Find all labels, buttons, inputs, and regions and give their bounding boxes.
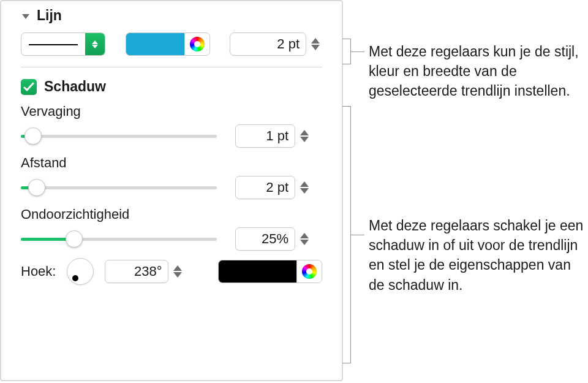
offset-arrows[interactable] <box>298 176 311 199</box>
inspector-panel: Lijn 2 pt Schadu <box>0 0 343 381</box>
callouts-area: Met deze regelaars kun je de stijl, kleu… <box>343 0 588 383</box>
shadow-title: Schaduw <box>44 78 106 95</box>
callout-shadow-text: Met deze regelaars schakel je een schadu… <box>369 216 588 295</box>
line-width-field[interactable]: 2 pt <box>230 32 306 56</box>
chevron-down-icon <box>21 9 31 23</box>
blur-arrows[interactable] <box>298 124 311 148</box>
angle-stepper[interactable]: 238° <box>105 260 184 283</box>
opacity-arrows[interactable] <box>298 227 311 251</box>
line-width-stepper[interactable]: 2 pt <box>230 32 322 56</box>
color-wheel-icon <box>302 264 317 279</box>
line-color-picker-button[interactable] <box>184 32 210 56</box>
line-section-header[interactable]: Lijn <box>1 1 342 29</box>
svg-marker-9 <box>300 233 309 238</box>
line-color-control[interactable] <box>126 32 210 56</box>
svg-marker-11 <box>173 265 182 271</box>
blur-stepper[interactable]: 1 pt <box>235 124 311 148</box>
callout-line-text: Met deze regelaars kun je de stijl, kleu… <box>369 42 588 101</box>
line-style-caret <box>85 33 105 55</box>
svg-marker-12 <box>173 272 182 278</box>
svg-marker-3 <box>311 38 320 44</box>
svg-marker-8 <box>300 188 309 194</box>
opacity-slider[interactable] <box>21 238 217 241</box>
line-width-arrows[interactable] <box>309 32 322 56</box>
color-wheel-icon <box>190 37 205 51</box>
svg-marker-7 <box>300 181 309 187</box>
line-section-title: Lijn <box>37 7 62 24</box>
opacity-field[interactable]: 25% <box>235 227 295 251</box>
callout-bracket-line <box>342 39 351 64</box>
opacity-stepper[interactable]: 25% <box>235 227 311 251</box>
angle-label: Hoek: <box>21 264 56 279</box>
svg-marker-2 <box>92 45 98 48</box>
svg-marker-4 <box>311 45 320 50</box>
shadow-color-control[interactable] <box>218 260 322 283</box>
opacity-label: Ondoorzichtigheid <box>21 207 322 222</box>
divider <box>21 67 322 67</box>
shadow-checkbox[interactable] <box>21 79 37 95</box>
blur-label: Vervaging <box>21 104 322 119</box>
shadow-color-swatch[interactable] <box>218 260 296 283</box>
offset-stepper[interactable]: 2 pt <box>235 176 311 199</box>
line-color-swatch[interactable] <box>126 32 184 56</box>
svg-marker-0 <box>22 14 29 19</box>
svg-marker-5 <box>300 130 309 135</box>
offset-slider[interactable] <box>21 186 217 189</box>
angle-dial[interactable] <box>67 258 94 285</box>
angle-indicator-dot <box>72 275 78 281</box>
line-style-sample <box>29 44 78 45</box>
svg-marker-1 <box>92 40 98 44</box>
angle-arrows[interactable] <box>171 260 184 283</box>
callout-bracket-shadow <box>342 106 351 363</box>
shadow-color-picker-button[interactable] <box>296 260 322 283</box>
offset-label: Afstand <box>21 155 322 171</box>
callout-shadow-connector <box>351 235 364 235</box>
svg-marker-6 <box>300 137 309 142</box>
offset-field[interactable]: 2 pt <box>235 176 295 199</box>
line-style-select[interactable] <box>21 32 105 56</box>
blur-field[interactable]: 1 pt <box>235 124 295 148</box>
callout-line-connector <box>351 51 364 52</box>
blur-slider[interactable] <box>21 135 217 138</box>
svg-marker-10 <box>300 240 309 245</box>
angle-field[interactable]: 238° <box>105 260 168 283</box>
